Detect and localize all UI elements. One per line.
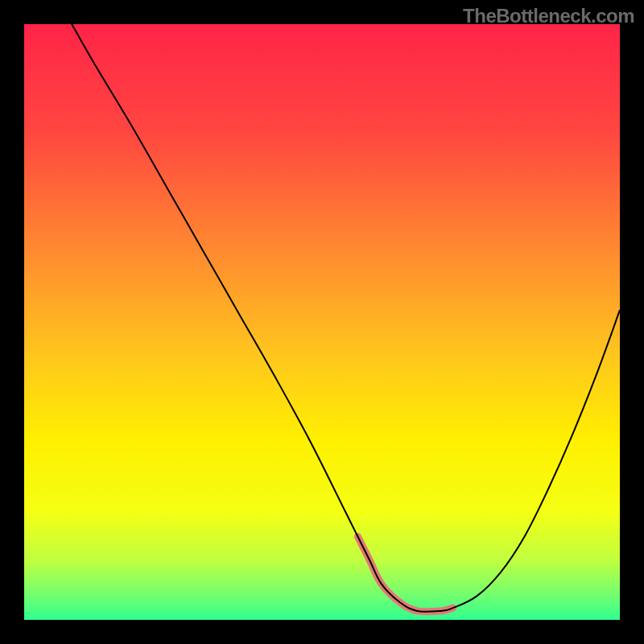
bottleneck-curve-series: [72, 24, 620, 612]
curve-layer: [24, 24, 620, 620]
chart-container: TheBottleneck.com: [0, 0, 644, 644]
valley-highlight-series: [357, 536, 452, 612]
plot-area: [24, 24, 620, 620]
